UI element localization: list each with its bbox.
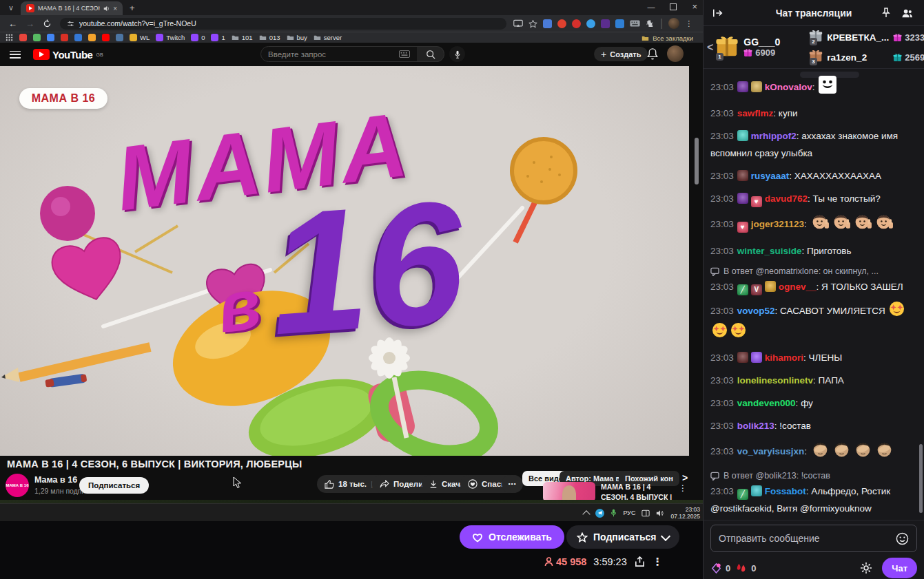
bookmark-item[interactable]	[116, 34, 123, 41]
chat-message[interactable]: 23:03vo_varyisusjxn:	[704, 437, 924, 467]
notification-center-icon[interactable]	[641, 509, 650, 517]
chat-message-input[interactable]: Отправить сообщение	[710, 525, 917, 552]
profile-avatar[interactable]	[668, 18, 679, 29]
window-minimize-button[interactable]: —	[647, 3, 655, 11]
emote-picker-icon[interactable]	[896, 532, 909, 545]
extension-translate-icon[interactable]	[543, 19, 552, 28]
bookmark-folder[interactable]: server	[314, 34, 342, 41]
bookmark-item[interactable]: Twitch	[156, 34, 185, 41]
extension-blue-icon[interactable]	[615, 19, 624, 28]
chat-message[interactable]: 23:03winter_suiside: Приготовь	[704, 240, 924, 262]
chat-message[interactable]: 23:03vandeven000: фу	[704, 392, 924, 414]
chat-message[interactable]: 23:03rusyaaat: ХАХАХХАХХААХАА	[704, 165, 924, 187]
tab-audio-icon[interactable]	[103, 6, 110, 12]
keyboard-ext-icon[interactable]	[630, 20, 640, 27]
volume-tray-icon[interactable]	[656, 509, 664, 517]
collapse-chat-icon[interactable]	[712, 8, 723, 18]
extension-adblock-icon[interactable]	[557, 19, 566, 28]
emote-facepalm[interactable]	[832, 440, 851, 464]
taskbar-clock[interactable]: 23:0307.12.2025	[670, 506, 700, 520]
related-video-thumbnail[interactable]	[543, 482, 595, 502]
message-username[interactable]: lonelinesonlinetv	[737, 375, 813, 386]
message-username[interactable]: ognev__	[779, 282, 817, 292]
channel-name[interactable]: Мама в 16	[34, 475, 77, 485]
leaderboard-top-gifter[interactable]: 1GG___06909	[715, 34, 809, 61]
cast-icon[interactable]	[513, 19, 523, 28]
emote-facepalm[interactable]	[854, 440, 872, 464]
language-indicator[interactable]: РУС	[623, 509, 635, 516]
chat-message[interactable]: 23:03sawflmz: купи	[704, 102, 924, 125]
reload-button[interactable]	[43, 19, 52, 28]
emote-white_smiley[interactable]	[819, 76, 836, 99]
tray-expand-icon[interactable]	[583, 510, 591, 518]
message-username[interactable]: Fossabot	[765, 486, 806, 496]
site-info-icon[interactable]	[67, 20, 74, 28]
related-video-menu-icon[interactable]: ⋮	[679, 483, 687, 493]
message-username[interactable]: kihamori	[765, 352, 803, 363]
mic-tray-icon[interactable]	[610, 509, 617, 517]
apps-grid-icon[interactable]	[6, 34, 13, 41]
new-tab-button[interactable]: +	[130, 3, 135, 13]
emote-facepalm[interactable]	[811, 440, 830, 464]
twitch-subscribe-button[interactable]: Подписаться	[566, 525, 679, 549]
emote-thumbs_guy[interactable]	[811, 213, 830, 237]
emote-thumbs_guy[interactable]	[854, 213, 872, 237]
leaderboard-prev-icon[interactable]: <	[705, 41, 715, 54]
emote-thumbs_guy[interactable]	[875, 213, 894, 237]
emote-star_struck[interactable]	[712, 322, 728, 344]
bookmark-item[interactable]	[74, 34, 82, 41]
forward-button[interactable]: →	[25, 19, 34, 29]
bookmark-item[interactable]: 0	[191, 34, 205, 41]
chat-message[interactable]: 23:03vovop52: САСАВОТ УМИЛЯЕТСЯ	[704, 298, 924, 346]
window-close-button[interactable]: ×	[692, 1, 697, 12]
tab-close-icon[interactable]: ×	[113, 5, 117, 12]
bookmark-item[interactable]: WL	[130, 34, 150, 41]
bookmark-folder[interactable]: 013	[259, 34, 280, 41]
pin-icon[interactable]	[881, 8, 891, 19]
address-bar[interactable]: youtube.com/watch?v=i_gTre-NOeU	[60, 18, 506, 30]
message-username[interactable]: davud762	[765, 193, 808, 204]
leaderboard-gifter[interactable]: 3ra1zen_22569	[809, 49, 924, 65]
leaderboard-gifter[interactable]: 2КРЕВЕТКА_...3233	[809, 29, 924, 45]
stream-player[interactable]: v МАМА В 16 | 4 СЕЗОН, 6 В × + — × ← →	[0, 0, 703, 579]
chat-message[interactable]: 23:03♥joger321123:	[704, 210, 924, 240]
browser-tab[interactable]: МАМА В 16 | 4 СЕЗОН, 6 В ×	[21, 1, 123, 15]
bookmark-item[interactable]	[19, 34, 27, 41]
combo-drops[interactable]: 0	[735, 562, 756, 573]
chips-scroll-right-icon[interactable]: >	[682, 472, 688, 483]
chat-message[interactable]: 23:03mrhippof2: аххахах знакомое имя всп…	[704, 125, 924, 165]
message-username[interactable]: vovop52	[737, 306, 775, 316]
telegram-tray-icon[interactable]	[595, 509, 604, 518]
subscribe-button[interactable]: Подписаться	[79, 477, 149, 494]
account-avatar[interactable]	[667, 45, 684, 62]
keyboard-icon[interactable]	[399, 50, 410, 58]
bookmark-folder[interactable]: buy	[287, 34, 307, 41]
more-actions-button[interactable]: ⋯	[502, 475, 522, 493]
extension-sound-icon[interactable]	[586, 19, 595, 28]
send-chat-button[interactable]: Чат	[882, 558, 917, 578]
window-maximize-button[interactable]	[670, 3, 677, 10]
bookmark-item[interactable]	[102, 34, 110, 41]
channel-points-balance[interactable]: 0	[710, 562, 730, 574]
chat-message[interactable]: 23:03kihamori: ЧЛЕНЫ	[704, 346, 924, 369]
message-username[interactable]: mrhippof2	[751, 131, 797, 141]
tab-search-button[interactable]: v	[4, 1, 18, 14]
like-icon[interactable]	[325, 480, 334, 489]
message-username[interactable]: vo_varyisusjxn	[737, 446, 805, 456]
message-username[interactable]: bolik213	[737, 421, 774, 431]
chat-scrollbar-thumb[interactable]	[919, 444, 923, 513]
emote-facepalm[interactable]	[875, 440, 894, 464]
bookmark-item[interactable]	[61, 34, 68, 41]
emote-star_struck[interactable]	[889, 301, 905, 322]
search-input[interactable]: Введите запрос	[260, 46, 418, 62]
bookmark-item[interactable]	[47, 34, 54, 41]
page-scrollbar-thumb[interactable]	[695, 138, 699, 185]
message-username[interactable]: vandeven000	[737, 398, 796, 408]
player-menu-icon[interactable]: ⋮	[653, 556, 663, 568]
video-player[interactable]: МАМА В 16 МАМА в 16	[0, 66, 689, 456]
notifications-bell-icon[interactable]	[646, 48, 659, 61]
extension-mic-icon[interactable]	[572, 19, 581, 28]
extension-dark-icon[interactable]	[601, 19, 610, 28]
chat-message[interactable]: 23:03bolik213: !состав	[704, 414, 924, 437]
chat-message[interactable]: В ответ @neomatrixlone: он скипнул, ...2…	[704, 262, 924, 298]
